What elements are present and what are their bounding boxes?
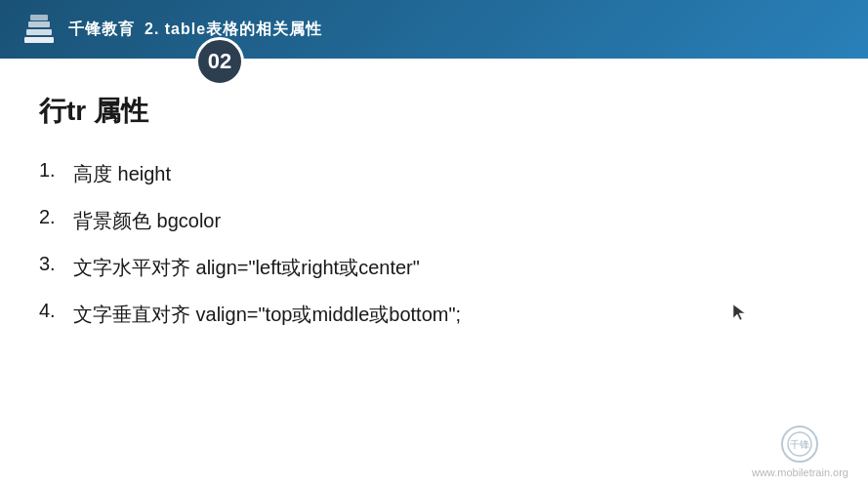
header-logo-text: 千锋教育 (68, 20, 135, 40)
item-3-text: 文字水平对齐 align="left或right或center" (73, 253, 420, 282)
section-badge: 02 (195, 37, 244, 86)
item-4-number: 4. (39, 300, 73, 322)
list-item: 1. 高度 height (39, 159, 829, 188)
header-bar: 千锋教育 2. table表格的相关属性 (0, 0, 868, 59)
bottom-watermark: 千锋 www.mobiletrain.org (752, 423, 848, 478)
badge-number: 02 (208, 49, 231, 74)
content-list: 1. 高度 height 2. 背景颜色 bgcolor 3. 文字水平对齐 a… (39, 159, 829, 329)
item-1-number: 1. (39, 159, 73, 182)
section-title: 行tr 属性 (39, 93, 829, 130)
list-item: 4. 文字垂直对齐 valign="top或middle或bottom"; (39, 300, 829, 329)
list-item: 3. 文字水平对齐 align="left或right或center" (39, 253, 829, 282)
svg-rect-1 (26, 29, 52, 35)
svg-rect-3 (30, 15, 48, 20)
svg-rect-0 (24, 37, 54, 43)
slide-container: 千锋教育 2. table表格的相关属性 02 行tr 属性 1. 高度 hei… (0, 0, 868, 488)
item-2-number: 2. (39, 206, 73, 228)
logo-area: 千锋教育 (20, 10, 135, 49)
content-area: 行tr 属性 1. 高度 height 2. 背景颜色 bgcolor 3. 文… (39, 73, 829, 429)
watermark-url: www.mobiletrain.org (752, 467, 848, 478)
svg-rect-2 (28, 21, 50, 27)
svg-text:千锋: 千锋 (790, 439, 809, 450)
item-1-text: 高度 height (73, 159, 171, 188)
item-3-number: 3. (39, 253, 73, 275)
list-item: 2. 背景颜色 bgcolor (39, 206, 829, 235)
logo-icon (20, 10, 59, 49)
watermark-logo-icon: 千锋 (770, 423, 829, 467)
item-4-text: 文字垂直对齐 valign="top或middle或bottom"; (73, 300, 461, 329)
item-2-text: 背景颜色 bgcolor (73, 206, 221, 235)
header-title: 2. table表格的相关属性 (145, 20, 322, 40)
